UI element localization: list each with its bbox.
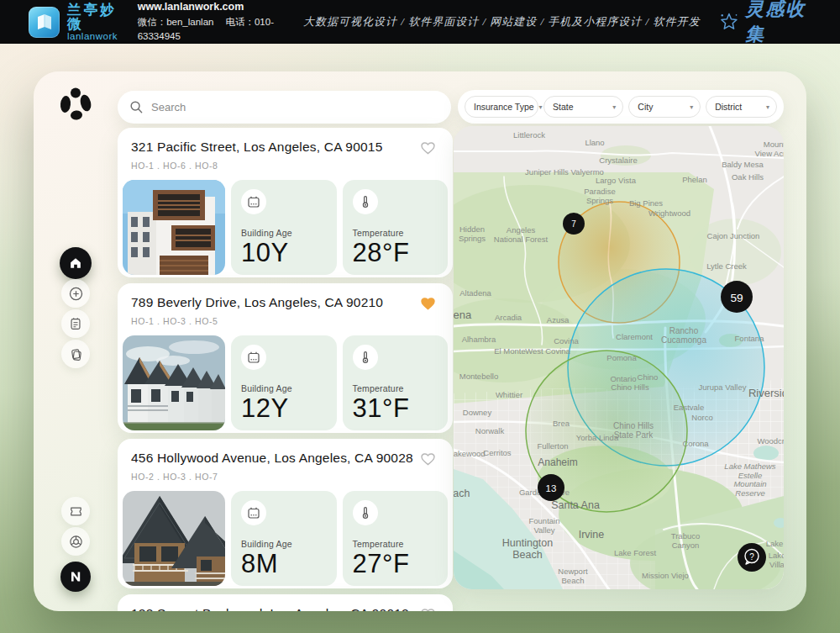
collection-logo: 灵感收集 [718,0,815,47]
state-dropdown[interactable]: State ▾ [543,96,623,118]
map-place-label: Phelan [682,175,707,184]
map-place-label: Norco [691,413,712,422]
property-photo [123,335,225,430]
nav-add-button[interactable] [61,279,90,308]
property-address: 456 Hollywood Avenue, Los Angeles, CA 90… [123,449,448,466]
map-place-label: Santa Ana [551,499,600,511]
property-card[interactable]: 321 Pacific Street, Los Angeles, CA 9001… [118,128,453,277]
district-dropdown[interactable]: District ▾ [706,96,777,118]
profile-logo-button[interactable] [60,562,91,592]
favorite-button[interactable] [420,297,436,311]
map-cluster-badge[interactable]: 13 [538,474,564,501]
lanlanwork-logo-icon [29,7,60,38]
contact-info: www.lanlanwork.com 微信：ben_lanlan电话：010-6… [138,0,303,45]
property-address: 321 Pacific Street, Los Angeles, CA 9001… [123,138,448,155]
property-address: 123 Sunset Boulevard, Los Angeles, CA 90… [123,604,448,611]
temperature-value: 31°F [353,395,438,421]
map-place-label: Fontana [735,334,765,343]
property-address: 789 Beverly Drive, Los Angeles, CA 90210 [123,293,448,310]
sidebar-rail [34,71,118,611]
map-place-label: HiddenSprings [459,224,486,243]
building-age-tile: Building Age 12Y [231,335,337,430]
brand-text: 兰亭妙微 lanlanwork [67,3,124,42]
svg-text:13: 13 [546,483,557,493]
state-label: State [553,102,574,112]
map-place-label: NewportBeach [558,567,588,585]
search-input[interactable] [151,101,403,113]
building-age-tile: Building Age 8M [231,491,337,586]
svg-text:?: ? [749,552,754,562]
map-place-label: Largo Vista [596,176,637,185]
search-bar[interactable] [118,91,451,124]
favorite-button[interactable] [420,141,436,156]
building-age-value: 12Y [241,395,327,421]
map-place-label: Cajon Junction [707,231,760,240]
map-place-label: Corona [682,439,709,448]
app-logo [59,87,92,120]
map-cluster-badge[interactable]: 7 [563,213,585,235]
map-place-label: Brea [553,419,570,428]
website-text: www.lanlanwork.com [138,0,303,15]
building-age-label: Building Age [241,228,327,238]
property-card[interactable]: 456 Hollywood Avenue, Los Angeles, CA 90… [118,439,453,588]
map-place-label: Cerritos [483,448,512,457]
temperature-value: 27°F [353,551,438,577]
top-banner: 兰亭妙微 lanlanwork www.lanlanwork.com 微信：be… [0,0,840,44]
building-age-tile: Building Age 10Y [231,180,337,275]
map-help-button[interactable]: ? [738,543,766,572]
temperature-label: Temperature [353,539,438,549]
chevron-down-icon: ▾ [612,103,616,111]
building-age-value: 8M [241,551,327,577]
map-place-label: Long Beach [454,488,470,499]
map-place-label: West Covina [525,346,570,356]
nav-notes-button[interactable] [61,309,90,338]
nav-tickets-button[interactable] [61,497,90,525]
map-place-label: Covina [554,336,579,346]
map-place-label: Norwalk [475,426,505,435]
property-card[interactable]: 789 Beverly Drive, Los Angeles, CA 90210… [118,283,453,433]
temperature-tile: Temperature 28°F [343,180,449,275]
chevron-down-icon: ▾ [690,103,693,111]
map-place-label: Jurupa Valley [699,382,747,392]
map-place-label: Mission Viejo [642,571,689,580]
townhouses-image [123,335,225,430]
brand-name-cn: 兰亭妙微 [67,3,124,32]
city-dropdown[interactable]: City ▾ [628,96,701,118]
nav-home-button[interactable] [60,247,92,279]
map-place-label: Whittier [496,390,522,399]
calendar-icon [241,500,266,525]
map-place-label: Azusa [547,315,570,324]
map-canvas[interactable]: LittlerockLlanoCrystalaireJuniper Hills … [454,126,784,589]
modern-building-image [123,180,225,275]
plus-circle-icon [68,286,84,302]
favorite-button[interactable] [420,452,436,467]
dashboard-window: 321 Pacific Street, Los Angeles, CA 9001… [34,71,806,611]
temperature-label: Temperature [353,383,438,393]
pages-icon [68,346,84,362]
favorite-button[interactable] [420,608,436,611]
insurance-type-dropdown[interactable]: Insurance Type ▾ [465,96,538,118]
chevron-down-icon: ▾ [539,103,543,111]
services-list: 大数据可视化设计 / 软件界面设计 / 网站建设 / 手机及小程序设计 / 软件… [303,14,700,29]
map-place-label: Fullerton [538,441,569,451]
map-place-label: Lake Forest [614,548,657,557]
policy-codes: HO-1 . HO-6 . HO-8 [123,155,448,171]
n-logo-icon [67,568,84,585]
map-place-label: ParadiseSprings [584,187,616,205]
search-icon [129,100,144,114]
map-place-label: Lytle Creek [706,261,747,271]
nav-support-button[interactable] [61,527,90,556]
property-card[interactable]: 123 Sunset Boulevard, Los Angeles, CA 90… [118,594,453,611]
property-photo [123,491,225,586]
map-place-label: Juniper Hills Valyermo [525,167,604,177]
nav-copies-button[interactable] [61,340,90,368]
property-list: 321 Pacific Street, Los Angeles, CA 9001… [118,128,453,611]
lifebuoy-icon [68,534,84,550]
map-place-label: Woodcrest [757,436,784,446]
map-place-label: TrabucoCanyon [671,531,701,550]
map-panel[interactable]: LittlerockLlanoCrystalaireJuniper Hills … [454,126,784,589]
book-icon [34,12,55,32]
map-place-label: Wrightwood [648,208,690,218]
calendar-icon [241,345,266,370]
map-cluster-badge[interactable]: 59 [721,281,753,313]
